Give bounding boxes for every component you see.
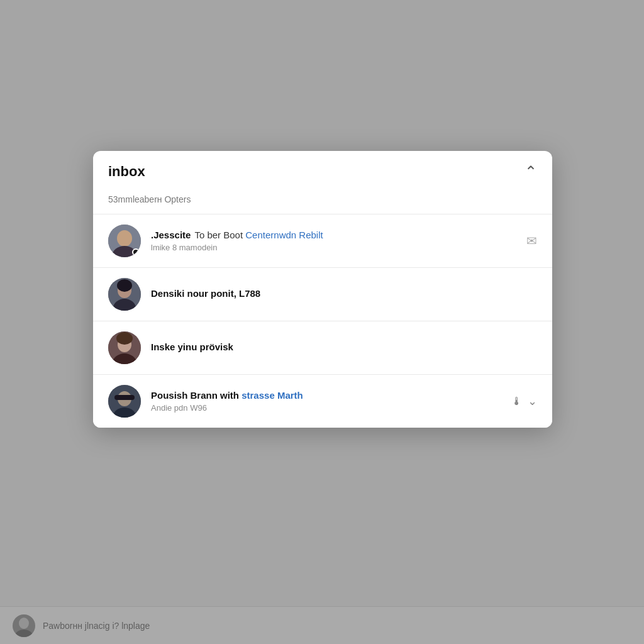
chevron-down-icon[interactable]: ⌄ xyxy=(528,394,537,408)
message-content: Densiki nour ponit, L788 xyxy=(151,288,537,301)
message-actions: 🌡 ⌄ xyxy=(511,394,537,408)
mail-icon: ✉ xyxy=(526,233,537,248)
message-preview: To ber Boot Centernwdn Rebilt xyxy=(194,230,323,240)
thermometer-icon: 🌡 xyxy=(511,395,523,408)
message-avatar xyxy=(108,225,141,257)
message-top: .Jesscite To ber Boot Centernwdn Rebilt xyxy=(151,230,516,240)
inbox-modal: inbox ⌃ 53mmleaberн Opters .Jesscite To … xyxy=(93,151,552,428)
inbox-filter: 53mmleaberн Opters xyxy=(93,190,552,214)
message-top: Pousish Brann with strasse Marth xyxy=(151,390,501,401)
message-link: strasse Marth xyxy=(242,390,303,401)
message-link: Centernwdn Rebilt xyxy=(245,230,323,240)
message-top: Inske yinu prövisk xyxy=(151,341,537,352)
message-item[interactable]: Pousish Brann with strasse Marth Andie p… xyxy=(93,375,552,428)
message-sub: Andie pdn W96 xyxy=(151,403,501,413)
message-item[interactable]: .Jesscite To ber Boot Centernwdn Rebilt … xyxy=(93,214,552,268)
message-avatar xyxy=(108,278,141,311)
svg-rect-21 xyxy=(114,395,135,400)
svg-point-17 xyxy=(116,332,133,345)
message-content: Inske yinu prövisk xyxy=(151,341,537,355)
message-sender: Densiki nour ponit, L788 xyxy=(151,288,260,299)
message-list: .Jesscite To ber Boot Centernwdn Rebilt … xyxy=(93,214,552,428)
inbox-close-button[interactable]: ⌃ xyxy=(525,164,537,179)
svg-point-13 xyxy=(117,279,132,292)
message-content: Pousish Brann with strasse Marth Andie p… xyxy=(151,390,501,413)
message-item[interactable]: Inske yinu prövisk xyxy=(93,321,552,375)
message-top: Densiki nour ponit, L788 xyxy=(151,288,537,299)
message-sender: Pousish Brann with strasse Marth xyxy=(151,390,303,401)
message-avatar xyxy=(108,385,141,418)
message-avatar xyxy=(108,331,141,364)
inbox-title: inbox xyxy=(108,164,145,180)
inbox-header: inbox ⌃ xyxy=(93,151,552,190)
unread-indicator xyxy=(132,248,140,256)
message-item[interactable]: Densiki nour ponit, L788 xyxy=(93,268,552,321)
svg-point-8 xyxy=(117,230,132,247)
message-sender: .Jesscite xyxy=(151,230,191,240)
inbox-filter-text: 53mmleaberн Opters xyxy=(108,194,191,204)
message-sender: Inske yinu prövisk xyxy=(151,341,233,352)
message-sub: lmike 8 mamodein xyxy=(151,243,516,252)
message-content: .Jesscite To ber Boot Centernwdn Rebilt … xyxy=(151,230,516,252)
